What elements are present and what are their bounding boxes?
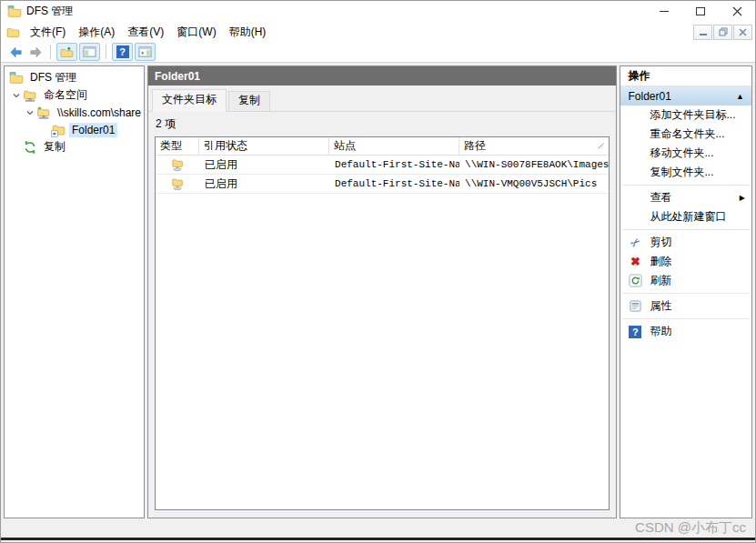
scissors-icon: ✂ (627, 234, 643, 251)
watermark: CSDN @小布丁cc (635, 519, 746, 537)
referral-status-value: 已启用 (199, 176, 329, 192)
main-area: DFS 管理 命名空间 \\skills.c (1, 63, 755, 521)
mdi-minimize-icon (700, 34, 707, 35)
help-button[interactable]: ? (112, 43, 133, 61)
console-icon (6, 25, 20, 39)
close-button[interactable] (719, 1, 755, 22)
tab-strip: 文件夹目标 复制 (148, 85, 616, 112)
referral-status-value: 已启用 (199, 157, 329, 173)
show-console-tree-button[interactable] (79, 43, 100, 61)
tree-item-label: DFS 管理 (27, 69, 79, 86)
action-add-folder-target[interactable]: 添加文件夹目标... (620, 106, 751, 125)
title-bar: DFS 管理 (1, 1, 755, 22)
action-refresh[interactable]: 刷新 (620, 271, 751, 290)
show-console-tree-icon (83, 45, 96, 58)
toolbar-separator (106, 45, 106, 59)
actions-separator (622, 229, 750, 230)
menu-view[interactable]: 查看(V) (121, 23, 170, 42)
actions-pane: 操作 Folder01 ▲ 添加文件夹目标... 重命名文件夹... 移动文件夹… (620, 65, 752, 518)
forward-icon (29, 45, 43, 59)
item-count-label: 2 项 (148, 112, 616, 135)
delete-icon: ✖ (630, 255, 640, 268)
tree-item-folder01[interactable]: Folder01 (5, 121, 144, 138)
action-copy-folder[interactable]: 复制文件夹... (620, 163, 751, 182)
chevron-down-icon[interactable] (9, 91, 23, 100)
minimize-button[interactable] (646, 1, 682, 22)
export-list-icon (60, 45, 74, 59)
show-action-pane-button[interactable] (135, 43, 156, 61)
column-header-path[interactable]: 路径 (459, 137, 609, 155)
sort-indicator-icon (597, 142, 605, 150)
list-header: 类型 引用状态 站点 路径 (156, 137, 609, 156)
menu-bar: 文件(F) 操作(A) 查看(V) 窗口(W) 帮助(H) (1, 22, 755, 42)
tree-item-label: \\skills.com\share (55, 106, 144, 120)
maximize-icon (696, 7, 705, 15)
menu-action[interactable]: 操作(A) (72, 23, 121, 42)
tab-replication[interactable]: 复制 (228, 91, 270, 111)
app-icon (7, 5, 22, 19)
mdi-minimize-button[interactable] (693, 25, 712, 40)
window-title: DFS 管理 (26, 4, 73, 19)
namespace-share-icon (36, 106, 51, 120)
toolbar-separator (50, 45, 51, 59)
results-pane-title: Folder01 (148, 66, 616, 85)
action-view[interactable]: 查看 ▶ (620, 188, 751, 207)
action-delete[interactable]: ✖ 删除 (620, 252, 751, 271)
path-value: \\WIN-S0078FE8AOK\Images (459, 159, 609, 170)
tree-item-label: 复制 (41, 138, 68, 156)
action-move-folder[interactable]: 移动文件夹... (620, 144, 751, 163)
column-header-site[interactable]: 站点 (329, 137, 459, 155)
actions-separator (622, 318, 750, 319)
results-pane: Folder01 文件夹目标 复制 2 项 类型 引用状态 站点 路径 (147, 65, 617, 518)
help-icon: ? (116, 45, 129, 58)
forward-button[interactable] (26, 43, 45, 61)
minimize-icon (660, 11, 669, 12)
action-help[interactable]: ? 帮助 (620, 322, 751, 341)
mdi-restore-button[interactable] (713, 25, 732, 40)
action-cut[interactable]: ✂ 剪切 (620, 233, 751, 252)
table-row[interactable]: 已启用 Default-First-Site-Name \\WIN-S0078F… (156, 156, 609, 175)
menu-file[interactable]: 文件(F) (24, 23, 72, 42)
back-button[interactable] (6, 43, 25, 61)
folder-targets-list: 类型 引用状态 站点 路径 已启用 Default-First-Site-Nam… (155, 136, 610, 510)
table-row[interactable]: 已启用 Default-First-Site-Name \\WIN-VMQ00V… (156, 175, 609, 194)
folder-target-icon (156, 157, 199, 172)
chevron-down-icon[interactable] (23, 108, 36, 117)
show-action-pane-icon (138, 45, 152, 58)
refresh-icon (629, 274, 642, 287)
tree-item-namespaces[interactable]: 命名空间 (5, 86, 144, 104)
bottom-divider (1, 538, 755, 540)
action-new-window-from-here[interactable]: 从此处新建窗口 (620, 207, 751, 226)
folder-target-icon (156, 176, 199, 191)
tree-item-label: 命名空间 (41, 86, 90, 104)
namespace-icon (23, 88, 37, 103)
actions-section-title: Folder01 (628, 90, 670, 103)
tree-item-replication[interactable]: 复制 (5, 138, 144, 156)
console-tree-pane: DFS 管理 命名空间 \\skills.c (4, 65, 145, 518)
help-icon: ? (629, 326, 641, 338)
maximize-button[interactable] (682, 1, 719, 22)
mdi-restore-icon (719, 27, 728, 36)
actions-pane-title: 操作 (620, 66, 751, 86)
actions-separator (622, 185, 750, 186)
export-list-button[interactable] (56, 43, 77, 61)
mdi-close-button[interactable] (733, 25, 752, 40)
collapse-icon[interactable]: ▲ (736, 92, 744, 101)
actions-section-folder01[interactable]: Folder01 ▲ (620, 86, 751, 106)
column-header-referral-status[interactable]: 引用状态 (199, 137, 329, 155)
dfs-folder-icon (51, 123, 66, 137)
tree-item-namespace-share[interactable]: \\skills.com\share (5, 104, 144, 121)
tab-folder-targets[interactable]: 文件夹目标 (152, 89, 227, 112)
action-rename-folder[interactable]: 重命名文件夹... (620, 125, 751, 144)
column-header-type[interactable]: 类型 (156, 137, 199, 155)
close-icon (732, 6, 742, 16)
action-properties[interactable]: 属性 (620, 297, 751, 316)
tree-item-dfs-root[interactable]: DFS 管理 (5, 69, 144, 86)
menu-help[interactable]: 帮助(H) (223, 23, 273, 42)
replication-icon (23, 140, 37, 155)
site-value: Default-First-Site-Name (329, 159, 459, 170)
dfs-root-icon (9, 71, 24, 85)
path-value: \\WIN-VMQ00V5JSCH\Pics (459, 178, 609, 189)
site-value: Default-First-Site-Name (329, 178, 459, 189)
menu-window[interactable]: 窗口(W) (170, 23, 222, 42)
